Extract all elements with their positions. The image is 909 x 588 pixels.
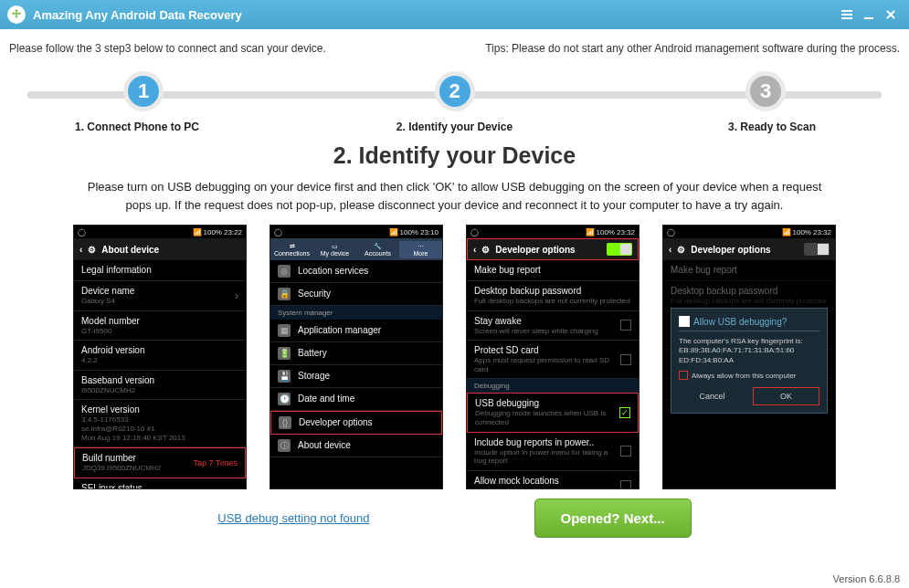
svg-rect-2 (841, 17, 852, 19)
step-1-label: 1. Connect Phone to PC (55, 121, 219, 133)
location-icon: ◎ (278, 265, 291, 278)
phone-screenshot-2: ◯📶100%23:10 ⇄Connections ▭My device 🔧Acc… (270, 225, 443, 489)
phone-screenshot-1: ◯📶100%23:22 ‹⚙About device Legal informa… (73, 225, 247, 489)
phone-screenshots: ◯📶100%23:22 ‹⚙About device Legal informa… (0, 225, 909, 489)
toggle-icon (607, 243, 632, 256)
step-labels: 1. Connect Phone to PC 2. Identify your … (0, 121, 909, 133)
phone-screenshot-4: ◯📶100%23:32 ‹⚙Developer options Make bug… (662, 225, 836, 489)
usb-debug-not-found-link[interactable]: USB debug setting not found (217, 511, 369, 525)
titlebar: Amazing Any Android Data Recovery (0, 0, 909, 29)
phone-screenshot-3: ◯📶100%23:32 ‹⚙Developer options Make bug… (466, 225, 639, 489)
step-2-circle: 2 (435, 71, 475, 111)
gear-icon: ⚙ (481, 245, 490, 255)
gear-icon: ⚙ (677, 245, 685, 255)
step-3-circle: 3 (745, 71, 786, 111)
clock-icon: 🕐 (278, 393, 291, 405)
svg-rect-0 (841, 10, 852, 12)
developer-icon: {} (279, 416, 291, 429)
checkbox-icon (679, 371, 688, 380)
usb-debugging-dialog: Allow USB debugging? The computer's RSA … (671, 308, 828, 414)
svg-rect-3 (864, 17, 873, 19)
gear-icon: ⚙ (88, 245, 96, 255)
info-icon: ⓘ (278, 439, 291, 452)
bottom-bar: USB debug setting not found Opened? Next… (0, 499, 909, 538)
storage-icon: 💾 (278, 370, 291, 383)
step-2-label: 2. Identify your Device (373, 121, 537, 133)
chevron-right-icon: › (235, 289, 238, 302)
app-logo-icon (7, 5, 26, 24)
dialog-ok: OK (753, 387, 819, 405)
version-label: Version 6.6.8.8 (833, 573, 900, 584)
lock-icon: 🔒 (278, 288, 291, 300)
accounts-icon: 🔧 (356, 243, 399, 250)
svg-rect-1 (841, 14, 852, 16)
opened-next-button[interactable]: Opened? Next... (534, 499, 692, 538)
page-heading: 2. Identify your Device (0, 142, 909, 169)
more-icon: ⋯ (399, 243, 442, 250)
mydevice-icon: ▭ (313, 243, 356, 250)
minimize-button[interactable] (858, 4, 880, 26)
connections-icon: ⇄ (270, 243, 313, 250)
menu-button[interactable] (836, 4, 858, 26)
instructions-row: Please follow the 3 step3 below to conne… (0, 29, 909, 62)
toggle-icon (804, 243, 830, 256)
page-description: Please turn on USB debugging on your dev… (0, 178, 909, 214)
dialog-icon (679, 316, 690, 327)
instructions-left: Please follow the 3 step3 below to conne… (9, 42, 326, 55)
back-icon: ‹ (79, 245, 82, 255)
progress-steps: 1 2 3 (18, 71, 891, 117)
app-title: Amazing Any Android Data Recovery (33, 8, 836, 22)
step-1-circle: 1 (123, 71, 164, 111)
apps-icon: ▦ (278, 324, 291, 337)
step-3-label: 3. Ready to Scan (690, 121, 854, 133)
instructions-tips: Tips: Please do not start any other Andr… (485, 42, 900, 55)
battery-icon: 🔋 (278, 347, 291, 360)
dialog-cancel: Cancel (679, 387, 745, 405)
checkbox-checked-icon: ✓ (619, 407, 630, 418)
close-button[interactable] (880, 4, 902, 26)
